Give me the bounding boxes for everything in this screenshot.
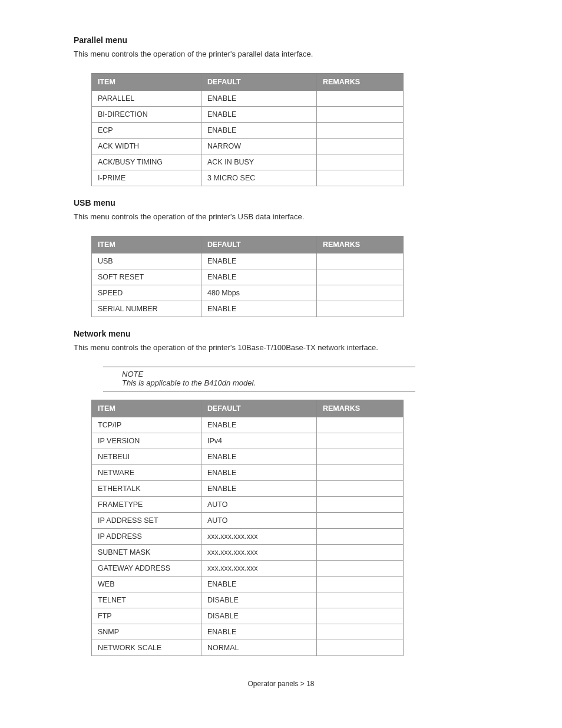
cell-remarks [317,449,404,465]
cell-remarks [317,170,404,186]
cell-remarks [317,577,404,592]
table-row: PARALLELENABLE [92,91,404,107]
parallel-desc: This menu controls the operation of the … [74,50,521,58]
table-row: TELNETDISABLE [92,592,404,608]
table-row: FTPDISABLE [92,608,404,624]
table-row: SNMPENABLE [92,624,404,640]
table-row: WEBENABLE [92,577,404,592]
table-row: FRAMETYPEAUTO [92,497,404,513]
cell-default: ENABLE [201,449,317,465]
table-header-row: ITEM DEFAULT REMARKS [92,400,404,417]
cell-item: SUBNET MASK [92,545,201,561]
cell-default: IPv4 [201,433,317,449]
cell-remarks [317,497,404,513]
cell-default: ENABLE [201,417,317,433]
cell-item: USB [92,253,201,269]
note-label: NOTE [122,370,415,378]
usb-heading: USB menu [74,198,521,207]
cell-item: GATEWAY ADDRESS [92,561,201,577]
network-heading: Network menu [74,329,521,338]
table-row: IP ADDRESS SETAUTO [92,513,404,529]
table-row: ACK WIDTHNARROW [92,139,404,154]
cell-default: 480 Mbps [201,285,317,301]
parallel-heading: Parallel menu [74,35,521,45]
cell-remarks [317,608,404,624]
usb-table-wrap: ITEM DEFAULT REMARKS USBENABLESOFT RESET… [91,236,521,317]
network-table: ITEM DEFAULT REMARKS TCP/IPENABLEIP VERS… [91,400,404,656]
header-remarks: REMARKS [317,400,404,417]
network-tbody: TCP/IPENABLEIP VERSIONIPv4NETBEUIENABLEN… [92,417,404,656]
table-row: ECPENABLE [92,123,404,139]
cell-default: AUTO [201,497,317,513]
table-row: BI-DIRECTIONENABLE [92,107,404,123]
cell-item: ECP [92,123,201,139]
cell-item: ACK/BUSY TIMING [92,154,201,170]
cell-item: FRAMETYPE [92,497,201,513]
header-remarks: REMARKS [317,236,404,253]
cell-default: ACK IN BUSY [201,154,317,170]
cell-item: NETBEUI [92,449,201,465]
header-default: DEFAULT [201,400,317,417]
cell-remarks [317,154,404,170]
cell-default: 3 MICRO SEC [201,170,317,186]
header-default: DEFAULT [201,236,317,253]
cell-default: xxx.xxx.xxx.xxx [201,561,317,577]
cell-item: BI-DIRECTION [92,107,201,123]
cell-remarks [317,301,404,317]
network-note: NOTE This is applicable to the B410dn mo… [103,367,415,391]
page-footer: Operator panels > 18 [41,680,521,688]
cell-remarks [317,481,404,497]
table-row: NETWAREENABLE [92,465,404,481]
cell-remarks [317,139,404,154]
cell-item: FTP [92,608,201,624]
cell-remarks [317,107,404,123]
header-default: DEFAULT [201,74,317,91]
cell-default: AUTO [201,513,317,529]
cell-remarks [317,417,404,433]
cell-item: PARALLEL [92,91,201,107]
cell-default: xxx.xxx.xxx.xxx [201,529,317,545]
cell-default: ENABLE [201,253,317,269]
table-header-row: ITEM DEFAULT REMARKS [92,74,404,91]
cell-default: ENABLE [201,107,317,123]
cell-item: SOFT RESET [92,269,201,285]
cell-item: SNMP [92,624,201,640]
header-item: ITEM [92,74,201,91]
table-row: I-PRIME3 MICRO SEC [92,170,404,186]
cell-remarks [317,253,404,269]
table-row: GATEWAY ADDRESSxxx.xxx.xxx.xxx [92,561,404,577]
parallel-table-wrap: ITEM DEFAULT REMARKS PARALLELENABLEBI-DI… [91,73,521,186]
table-header-row: ITEM DEFAULT REMARKS [92,236,404,253]
cell-default: NORMAL [201,640,317,656]
cell-remarks [317,545,404,561]
cell-item: SERIAL NUMBER [92,301,201,317]
cell-default: xxx.xxx.xxx.xxx [201,545,317,561]
header-remarks: REMARKS [317,74,404,91]
cell-item: IP ADDRESS SET [92,513,201,529]
cell-remarks [317,529,404,545]
usb-section: USB menu This menu controls the operatio… [74,198,521,221]
cell-default: ENABLE [201,481,317,497]
usb-tbody: USBENABLESOFT RESETENABLESPEED480 MbpsSE… [92,253,404,317]
cell-item: TCP/IP [92,417,201,433]
table-row: IP ADDRESSxxx.xxx.xxx.xxx [92,529,404,545]
cell-remarks [317,624,404,640]
cell-remarks [317,465,404,481]
cell-default: ENABLE [201,123,317,139]
cell-default: ENABLE [201,269,317,285]
cell-remarks [317,285,404,301]
cell-item: TELNET [92,592,201,608]
table-row: USBENABLE [92,253,404,269]
cell-item: SPEED [92,285,201,301]
cell-item: IP ADDRESS [92,529,201,545]
parallel-section: Parallel menu This menu controls the ope… [74,35,521,58]
network-desc: This menu controls the operation of the … [74,343,521,352]
cell-item: IP VERSION [92,433,201,449]
cell-remarks [317,123,404,139]
cell-default: ENABLE [201,91,317,107]
usb-desc: This menu controls the operation of the … [74,212,521,221]
cell-item: NETWARE [92,465,201,481]
table-row: NETWORK SCALENORMAL [92,640,404,656]
header-item: ITEM [92,400,201,417]
cell-item: WEB [92,577,201,592]
